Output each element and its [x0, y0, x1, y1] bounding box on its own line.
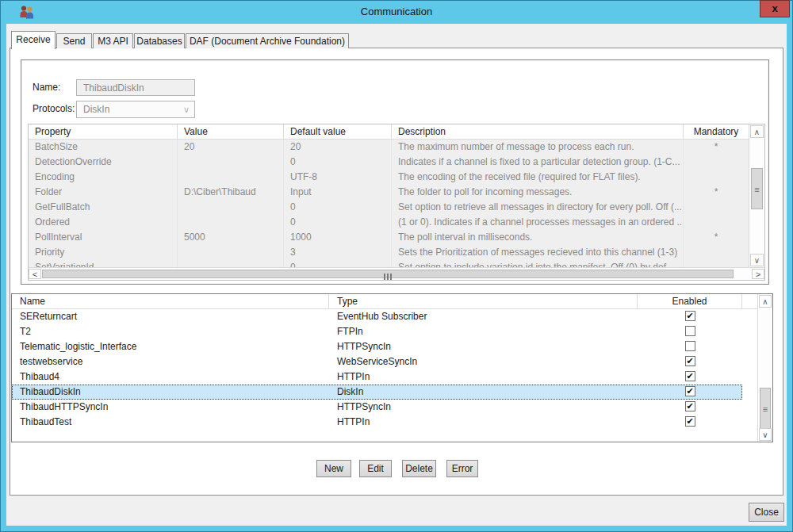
- title-bar[interactable]: Communication x: [0, 0, 793, 24]
- property-cell-value: [178, 170, 284, 185]
- column-header-property[interactable]: Property: [29, 124, 178, 140]
- channel-list-vertical-scrollbar[interactable]: ∧ ≡ ∨: [757, 294, 772, 442]
- delete-button[interactable]: Delete: [402, 460, 436, 477]
- property-table-header: Property Value Default value Description…: [29, 124, 749, 140]
- channel-row[interactable]: Thibaud4HTTPIn✔: [12, 369, 742, 385]
- new-button[interactable]: New: [316, 460, 351, 477]
- scrollbar-thumb[interactable]: [42, 270, 734, 278]
- column-header-description[interactable]: Description: [392, 124, 684, 140]
- property-cell-mandatory: [684, 245, 749, 260]
- property-cell-default: 0: [284, 200, 392, 215]
- channel-enabled-cell: ✔: [638, 400, 742, 415]
- close-button[interactable]: Close: [749, 503, 784, 522]
- checkbox-checked-icon[interactable]: ✔: [685, 371, 695, 381]
- column-header-value[interactable]: Value: [178, 124, 284, 140]
- checkbox-checked-icon[interactable]: ✔: [685, 386, 695, 396]
- scrollbar-grip-icon: [43, 271, 733, 282]
- channel-name: ThibaudTest: [12, 415, 329, 430]
- column-header-enabled[interactable]: Enabled: [638, 294, 742, 309]
- checkbox-checked-icon[interactable]: ✔: [685, 401, 695, 411]
- scroll-up-icon[interactable]: ∧: [750, 125, 764, 138]
- tab-databases[interactable]: Databases: [134, 33, 185, 48]
- property-cell-default: Input: [284, 185, 392, 200]
- scrollbar-grip-icon: ≡: [752, 186, 762, 193]
- property-cell-description: Set option to retrieve all messages in d…: [392, 200, 684, 215]
- column-header-type[interactable]: Type: [329, 294, 638, 309]
- property-row[interactable]: Ordered0(1 or 0). Indicates if a channel…: [29, 215, 749, 230]
- property-cell-value: D:\Ciber\Thibaud: [178, 185, 284, 200]
- error-button[interactable]: Error: [446, 460, 478, 477]
- protocols-selected-value: DiskIn: [83, 104, 109, 115]
- property-row[interactable]: GetFullBatch0Set option to retrieve all …: [29, 200, 749, 215]
- channel-row[interactable]: T2FTPIn: [12, 324, 742, 339]
- channel-row[interactable]: ThibaudHTTPSyncInHTTPSyncIn✔: [12, 400, 742, 415]
- property-table-vertical-scrollbar[interactable]: ∧ ≡ ∨: [749, 124, 764, 267]
- channel-row[interactable]: Telematic_logistic_InterfaceHTTPSyncIn: [12, 339, 742, 354]
- property-cell-value: 5000: [178, 230, 284, 245]
- column-header-filler: [742, 294, 757, 309]
- property-cell-mandatory: *: [684, 185, 749, 200]
- channel-row[interactable]: SEReturncartEventHub Subscriber✔: [12, 309, 742, 324]
- protocols-dropdown[interactable]: DiskIn ∨: [76, 101, 195, 118]
- property-cell-default: UTF-8: [284, 170, 392, 185]
- property-cell-value: [178, 260, 284, 267]
- property-row[interactable]: DetectionOverride0Indicates if a channel…: [29, 155, 749, 170]
- channel-name: Telematic_logistic_Interface: [12, 339, 329, 354]
- property-row[interactable]: SetVariationId0Set option to include var…: [29, 260, 749, 267]
- scroll-up-icon[interactable]: ∧: [759, 295, 772, 308]
- channel-name: testwebservice: [12, 354, 329, 369]
- property-cell-mandatory: [684, 200, 749, 215]
- property-row[interactable]: PollInterval50001000The poll interval in…: [29, 230, 749, 245]
- property-cell-value: 20: [178, 140, 284, 155]
- checkbox-unchecked-icon[interactable]: [685, 341, 695, 351]
- property-cell-property: PollInterval: [29, 230, 178, 245]
- property-cell-mandatory: *: [684, 230, 749, 245]
- channel-list-body: SEReturncartEventHub Subscriber✔T2FTPInT…: [12, 309, 742, 442]
- channel-row[interactable]: testwebserviceWebServiceSyncIn✔: [12, 354, 742, 369]
- tab-daf[interactable]: DAF (Document Archive Foundation): [186, 33, 349, 48]
- property-row[interactable]: FolderD:\Ciber\ThibaudInputThe folder to…: [29, 185, 749, 200]
- scrollbar-thumb[interactable]: ≡: [760, 388, 771, 429]
- property-cell-description: (1 or 0). Indicates if a channel process…: [392, 215, 684, 230]
- close-window-button[interactable]: x: [760, 0, 790, 17]
- property-cell-property: Folder: [29, 185, 178, 200]
- property-row[interactable]: Priority3Sets the Prioritization of mess…: [29, 245, 749, 260]
- channel-row[interactable]: ThibaudDiskInDiskIn✔: [12, 385, 742, 400]
- edit-button[interactable]: Edit: [359, 460, 392, 477]
- scroll-down-icon[interactable]: ∨: [750, 254, 764, 266]
- property-row[interactable]: BatchSize2020The maximum number of messa…: [29, 140, 749, 155]
- channel-name: T2: [12, 324, 329, 339]
- tab-m3-api[interactable]: M3 API: [93, 33, 133, 48]
- checkbox-unchecked-icon[interactable]: [685, 326, 695, 336]
- property-cell-value: [178, 215, 284, 230]
- property-cell-property: DetectionOverride: [29, 155, 178, 170]
- scrollbar-thumb[interactable]: ≡: [751, 168, 763, 209]
- scroll-right-icon[interactable]: >: [752, 269, 764, 279]
- property-cell-property: Ordered: [29, 215, 178, 230]
- channel-name: ThibaudDiskIn: [12, 385, 329, 400]
- property-cell-description: The maximum number of message to process…: [392, 140, 684, 155]
- column-header-mandatory[interactable]: Mandatory: [684, 124, 749, 140]
- property-cell-property: Priority: [29, 245, 178, 260]
- property-table-horizontal-scrollbar[interactable]: < >: [29, 267, 764, 280]
- checkbox-checked-icon[interactable]: ✔: [685, 311, 695, 321]
- channel-detail-panel: Name: Protocols: DiskIn ∨ Property Value…: [21, 59, 769, 285]
- property-cell-default: 0: [284, 260, 392, 267]
- channel-type: EventHub Subscriber: [329, 309, 638, 324]
- column-header-name[interactable]: Name: [12, 294, 329, 309]
- property-cell-value: [178, 245, 284, 260]
- checkbox-checked-icon[interactable]: ✔: [685, 356, 695, 366]
- channel-row[interactable]: ThibaudTestHTTPIn✔: [12, 415, 742, 430]
- property-row[interactable]: EncodingUTF-8The encoding of the receive…: [29, 170, 749, 185]
- channel-name: Thibaud4: [12, 369, 329, 385]
- checkbox-checked-icon[interactable]: ✔: [685, 416, 695, 427]
- tab-send[interactable]: Send: [56, 33, 92, 48]
- name-input[interactable]: [76, 79, 195, 96]
- column-header-default-value[interactable]: Default value: [284, 124, 392, 140]
- property-cell-default: 1000: [284, 230, 392, 245]
- scroll-down-icon[interactable]: ∨: [759, 428, 772, 441]
- scroll-left-icon[interactable]: <: [29, 269, 41, 279]
- tab-receive[interactable]: Receive: [11, 31, 56, 49]
- channel-enabled-cell: ✔: [638, 385, 742, 400]
- channel-type: HTTPIn: [329, 369, 638, 385]
